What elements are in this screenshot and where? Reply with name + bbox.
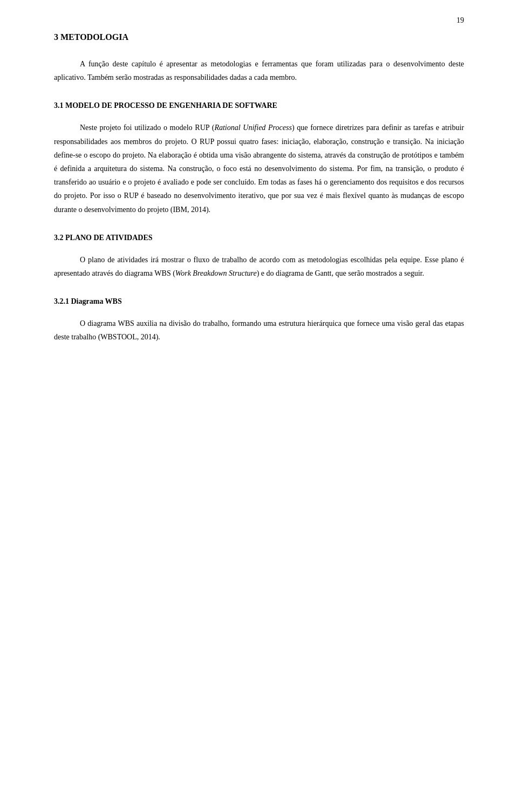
section-2-1: 3.2.1 Diagrama WBS O diagrama WBS auxili… xyxy=(54,297,464,344)
section-1-paragraph-1: Neste projeto foi utilizado o modelo RUP… xyxy=(54,121,464,216)
section-2-1-paragraph-1: O diagrama WBS auxilia na divisão do tra… xyxy=(54,317,464,344)
section-1-title: 3.1 MODELO DE PROCESSO DE ENGENHARIA DE … xyxy=(54,101,464,110)
page-number: 19 xyxy=(456,16,464,25)
page: 19 3 METODOLOGIA A função deste capítulo… xyxy=(0,0,518,812)
chapter-intro: A função deste capítulo é apresentar as … xyxy=(54,57,464,84)
section-2-title: 3.2 PLANO DE ATIVIDADES xyxy=(54,234,464,242)
chapter-title: 3 METODOLOGIA xyxy=(54,32,464,42)
section-2-paragraph-1: O plano de atividades irá mostrar o flux… xyxy=(54,253,464,280)
section-1: 3.1 MODELO DE PROCESSO DE ENGENHARIA DE … xyxy=(54,101,464,216)
section-2-1-title: 3.2.1 Diagrama WBS xyxy=(54,297,464,306)
section-2: 3.2 PLANO DE ATIVIDADES O plano de ativi… xyxy=(54,234,464,280)
